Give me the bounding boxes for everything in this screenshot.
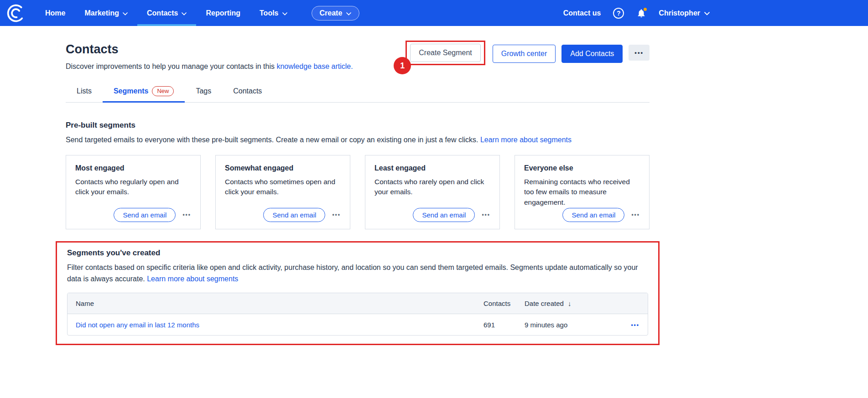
chevron-down-icon	[123, 9, 128, 17]
nav-item-label: Marketing	[84, 9, 119, 17]
chevron-down-icon	[182, 9, 187, 17]
nav-item-marketing[interactable]: Marketing	[75, 0, 137, 26]
help-icon[interactable]: ?	[613, 8, 624, 19]
col-header-date-label: Date created	[525, 300, 564, 307]
knowledge-base-link[interactable]: knowledge base article.	[276, 62, 353, 70]
send-email-button[interactable]: Send an email	[413, 208, 475, 222]
created-heading: Segments you've created	[67, 248, 648, 258]
annotation-box-segments-created: Segments you've created Filter contacts …	[56, 241, 660, 346]
tabs: Lists Segments New Tags Contacts	[66, 82, 650, 103]
nav-create-button[interactable]: Create	[312, 6, 360, 21]
prebuilt-heading: Pre-built segments	[66, 121, 650, 130]
card-description: Remaining contacts who received too few …	[524, 177, 640, 207]
col-header-contacts: Contacts	[483, 293, 525, 314]
contact-us-link[interactable]: Contact us	[563, 9, 601, 17]
card-footer: Send an email •••	[374, 208, 490, 222]
page-subtitle-text: Discover improvements to help you manage…	[66, 62, 276, 70]
annotation-step-badge: 1	[394, 57, 411, 74]
nav-create-label: Create	[320, 9, 343, 17]
header-actions: Create Segment 1 Growth center Add Conta…	[405, 45, 650, 65]
tab-label: Tags	[196, 87, 211, 95]
constant-contact-logo[interactable]	[6, 0, 26, 26]
card-description: Contacts who rarely open and click your …	[374, 177, 490, 197]
segment-cards: Most engaged Contacts who regularly open…	[66, 155, 650, 229]
card-more-icon[interactable]: •••	[482, 212, 490, 218]
more-options-button[interactable]: •••	[629, 45, 650, 61]
main-content: Contacts Discover improvements to help y…	[66, 42, 650, 345]
card-more-icon[interactable]: •••	[631, 212, 640, 218]
user-menu[interactable]: Christopher	[659, 9, 710, 17]
card-title: Somewhat engaged	[225, 164, 341, 172]
send-email-button[interactable]: Send an email	[562, 208, 624, 222]
nav-item-label: Tools	[260, 9, 278, 17]
nav-item-home[interactable]: Home	[36, 0, 75, 26]
page-subtitle: Discover improvements to help you manage…	[66, 62, 353, 71]
tab-contacts[interactable]: Contacts	[222, 82, 273, 102]
card-title: Least engaged	[374, 164, 490, 172]
tab-lists[interactable]: Lists	[66, 82, 103, 102]
tab-label: Segments	[114, 87, 148, 95]
card-description: Contacts who regularly open and click yo…	[75, 177, 191, 197]
tab-label: Contacts	[233, 87, 262, 95]
card-title: Most engaged	[75, 164, 191, 172]
chevron-down-icon	[704, 9, 710, 17]
cell-contacts: 691	[483, 315, 525, 335]
nav-right: Contact us ? Christopher	[563, 0, 710, 26]
nav-left: Home Marketing Contacts Reporting Tools …	[6, 0, 359, 26]
nav-item-label: Reporting	[206, 9, 240, 17]
prebuilt-description-text: Send targeted emails to everyone with th…	[66, 136, 480, 144]
card-more-icon[interactable]: •••	[182, 212, 191, 218]
notification-dot	[643, 7, 648, 12]
col-header-date: Date created ↓	[525, 293, 620, 314]
send-email-button[interactable]: Send an email	[114, 208, 176, 222]
segment-card-everyone-else: Everyone else Remaining contacts who rec…	[515, 155, 650, 229]
tab-tags[interactable]: Tags	[185, 82, 222, 102]
col-header-actions	[620, 297, 648, 310]
page-header-text: Contacts Discover improvements to help y…	[66, 42, 353, 71]
add-contacts-button[interactable]: Add Contacts	[561, 45, 623, 63]
chevron-down-icon	[282, 9, 287, 17]
send-email-button[interactable]: Send an email	[263, 208, 325, 222]
table-row: Did not open any email in last 12 months…	[68, 314, 648, 335]
notification-bell-icon[interactable]	[636, 8, 646, 18]
tab-segments[interactable]: Segments New	[103, 82, 185, 102]
learn-more-segments-link-2[interactable]: Learn more about segments	[147, 275, 238, 283]
nav-item-reporting[interactable]: Reporting	[196, 0, 250, 26]
card-description: Contacts who sometimes open and click yo…	[225, 177, 341, 197]
annotation-box-create-segment: Create Segment 1	[405, 41, 485, 65]
segment-name-link[interactable]: Did not open any email in last 12 months	[76, 321, 199, 329]
card-title: Everyone else	[524, 164, 640, 172]
nav-item-tools[interactable]: Tools	[250, 0, 296, 26]
card-footer: Send an email •••	[75, 208, 191, 222]
card-footer: Send an email •••	[225, 208, 341, 222]
cell-name: Did not open any email in last 12 months	[68, 315, 483, 335]
row-more-icon[interactable]: •••	[631, 322, 639, 328]
segment-card-most-engaged: Most engaged Contacts who regularly open…	[66, 155, 201, 229]
nav-item-label: Contacts	[147, 9, 178, 17]
sort-desc-icon[interactable]: ↓	[568, 300, 572, 307]
page-header: Contacts Discover improvements to help y…	[66, 42, 650, 71]
segment-card-least-engaged: Least engaged Contacts who rarely open a…	[365, 155, 500, 229]
prebuilt-segments-section: Pre-built segments Send targeted emails …	[66, 121, 650, 229]
segments-table: Name Contacts Date created ↓ Did not ope…	[67, 293, 648, 336]
page-title: Contacts	[66, 42, 353, 57]
tab-label: Lists	[77, 87, 92, 95]
nav-create-wrap: Create	[312, 0, 360, 26]
nav-item-contacts[interactable]: Contacts	[137, 0, 196, 26]
create-segment-button[interactable]: Create Segment	[410, 44, 481, 62]
segment-card-somewhat-engaged: Somewhat engaged Contacts who sometimes …	[215, 155, 350, 229]
learn-more-segments-link[interactable]: Learn more about segments	[480, 136, 572, 144]
growth-center-button[interactable]: Growth center	[493, 45, 556, 63]
logo-icon	[6, 4, 26, 23]
card-footer: Send an email •••	[524, 208, 640, 222]
cell-date-created: 9 minutes ago	[525, 315, 620, 335]
nav-item-label: Home	[45, 9, 65, 17]
new-badge: New	[152, 86, 174, 96]
user-name: Christopher	[659, 9, 700, 17]
top-nav: Home Marketing Contacts Reporting Tools …	[0, 0, 868, 26]
table-header-row: Name Contacts Date created ↓	[68, 293, 648, 314]
col-header-name: Name	[68, 293, 483, 314]
card-more-icon[interactable]: •••	[332, 212, 341, 218]
prebuilt-description: Send targeted emails to everyone with th…	[66, 134, 650, 146]
chevron-down-icon	[346, 9, 351, 17]
